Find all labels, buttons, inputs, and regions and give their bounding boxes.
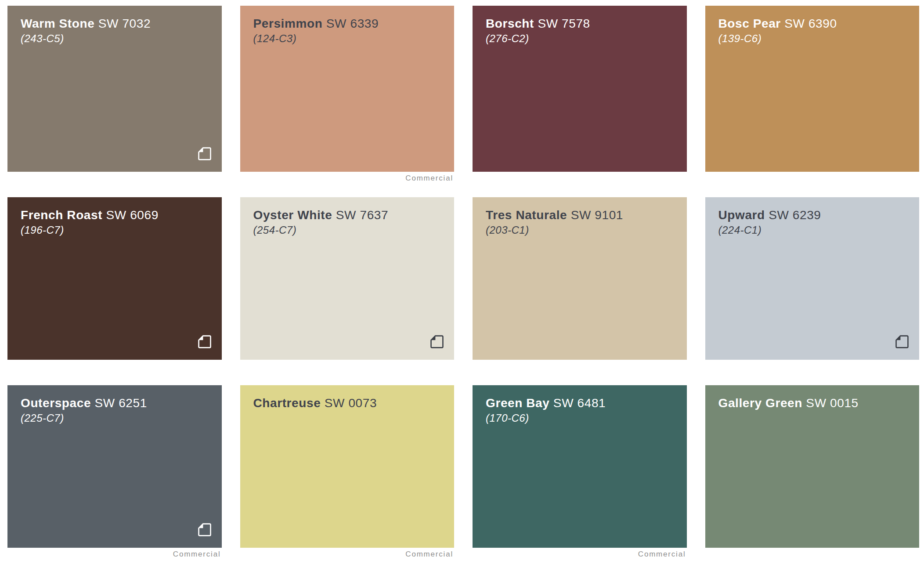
color-title: Persimmon SW 6339 (253, 16, 441, 31)
color-title: Bosc Pear SW 6390 (718, 16, 906, 31)
color-locator-number: (254-C7) (253, 224, 441, 236)
color-name: Persimmon (253, 17, 323, 30)
color-swatch[interactable]: Borscht SW 7578 (276-C2) (473, 6, 687, 172)
color-name: Chartreuse (253, 396, 321, 410)
color-title: Chartreuse SW 0073 (253, 396, 441, 411)
color-code: SW 7032 (98, 17, 151, 30)
color-title: Gallery Green SW 0015 (718, 396, 906, 411)
swatch-cell: Borscht SW 7578 (276-C2) (473, 6, 687, 172)
color-swatch[interactable]: Green Bay SW 6481 (170-C6) (473, 385, 687, 548)
color-code: SW 6390 (784, 17, 837, 30)
color-locator-number: (243-C5) (21, 33, 209, 45)
color-swatch[interactable]: Tres Naturale SW 9101 (203-C1) (473, 197, 687, 360)
color-code: SW 6069 (106, 208, 159, 222)
color-swatch[interactable]: Oyster White SW 7637 (254-C7) (240, 197, 455, 360)
page-flip-icon[interactable] (196, 145, 213, 162)
commercial-label: Commercial (405, 550, 453, 559)
swatch-cell: Outerspace SW 6251 (225-C7) Commercial (7, 385, 222, 548)
color-title: Green Bay SW 6481 (486, 396, 674, 411)
color-name: Green Bay (486, 396, 549, 410)
page-flip-icon[interactable] (429, 333, 445, 350)
color-title: Borscht SW 7578 (486, 16, 674, 31)
color-swatch[interactable]: Outerspace SW 6251 (225-C7) (7, 385, 222, 548)
color-name: Gallery Green (718, 396, 802, 410)
color-code: SW 9101 (571, 208, 623, 222)
page-flip-icon[interactable] (894, 333, 910, 350)
color-swatch[interactable]: Bosc Pear SW 6390 (139-C6) (705, 6, 920, 172)
color-swatch[interactable]: Upward SW 6239 (224-C1) (705, 197, 920, 360)
color-title: Oyster White SW 7637 (253, 208, 441, 223)
color-locator-number: (276-C2) (486, 33, 674, 45)
swatch-cell: French Roast SW 6069 (196-C7) (7, 197, 222, 360)
color-name: Bosc Pear (718, 17, 781, 30)
color-code: SW 0073 (325, 396, 377, 410)
color-locator-number: (203-C1) (486, 224, 674, 236)
color-locator-number: (139-C6) (718, 33, 906, 45)
color-swatch[interactable]: Chartreuse SW 0073 (240, 385, 455, 548)
color-title: French Roast SW 6069 (21, 208, 209, 223)
color-code: SW 0015 (806, 396, 858, 410)
swatch-cell: Warm Stone SW 7032 (243-C5) (7, 6, 222, 172)
color-title: Tres Naturale SW 9101 (486, 208, 674, 223)
color-locator-number: (224-C1) (718, 224, 906, 236)
color-code: SW 6251 (94, 396, 147, 410)
swatch-cell: Green Bay SW 6481 (170-C6) Commercial (473, 385, 687, 548)
color-swatch-page: Warm Stone SW 7032 (243-C5) Persimmon SW… (0, 0, 924, 564)
swatch-cell: Oyster White SW 7637 (254-C7) (240, 197, 455, 360)
swatch-cell: Gallery Green SW 0015 (705, 385, 920, 548)
color-title: Upward SW 6239 (718, 208, 906, 223)
color-code: SW 7637 (336, 208, 388, 222)
swatch-cell: Tres Naturale SW 9101 (203-C1) (473, 197, 687, 360)
page-flip-icon[interactable] (196, 521, 213, 538)
color-code: SW 6239 (769, 208, 821, 222)
color-locator-number: (170-C6) (486, 412, 674, 424)
color-name: Upward (718, 208, 765, 222)
color-title: Outerspace SW 6251 (21, 396, 209, 411)
commercial-label: Commercial (405, 174, 453, 183)
color-name: Warm Stone (21, 17, 94, 30)
commercial-label: Commercial (638, 550, 686, 559)
commercial-label: Commercial (173, 550, 221, 559)
page-flip-icon[interactable] (196, 333, 213, 350)
color-code: SW 7578 (538, 17, 590, 30)
color-code: SW 6339 (326, 17, 379, 30)
color-name: Outerspace (21, 396, 91, 410)
color-code: SW 6481 (553, 396, 606, 410)
color-swatch[interactable]: Warm Stone SW 7032 (243-C5) (7, 6, 222, 172)
swatch-cell: Chartreuse SW 0073 Commercial (240, 385, 455, 548)
color-name: Tres Naturale (486, 208, 567, 222)
color-swatch[interactable]: Gallery Green SW 0015 (705, 385, 920, 548)
swatch-cell: Bosc Pear SW 6390 (139-C6) (705, 6, 920, 172)
color-locator-number: (196-C7) (21, 224, 209, 236)
swatch-cell: Upward SW 6239 (224-C1) (705, 197, 920, 360)
color-name: Oyster White (253, 208, 332, 222)
color-locator-number: (124-C3) (253, 33, 441, 45)
color-swatch[interactable]: Persimmon SW 6339 (124-C3) (240, 6, 455, 172)
swatch-cell: Persimmon SW 6339 (124-C3) Commercial (240, 6, 455, 172)
color-name: Borscht (486, 17, 534, 30)
swatch-grid: Warm Stone SW 7032 (243-C5) Persimmon SW… (0, 0, 924, 548)
color-title: Warm Stone SW 7032 (21, 16, 209, 31)
color-name: French Roast (21, 208, 102, 222)
color-locator-number: (225-C7) (21, 412, 209, 424)
color-swatch[interactable]: French Roast SW 6069 (196-C7) (7, 197, 222, 360)
